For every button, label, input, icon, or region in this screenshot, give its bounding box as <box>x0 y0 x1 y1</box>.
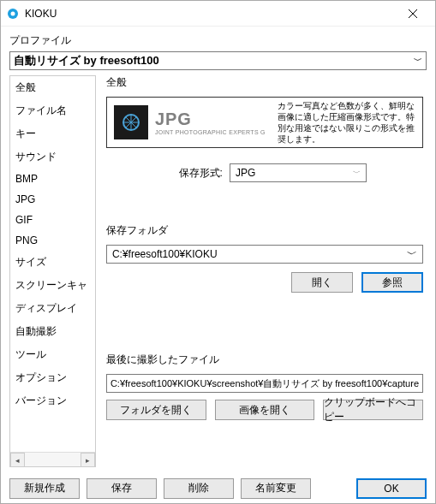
open-folder-button[interactable]: 開く <box>291 272 353 293</box>
sidebar-list: 全般 ファイル名 キー サウンド BMP JPG GIF PNG サイズ スクリ… <box>10 76 95 452</box>
sidebar-item-jpg[interactable]: JPG <box>10 189 95 210</box>
chevron-down-icon: ﹀ <box>414 55 422 67</box>
open-image-button[interactable]: 画像を開く <box>215 400 315 420</box>
sidebar-item-autoshot[interactable]: 自動撮影 <box>10 320 95 343</box>
profile-select[interactable]: 自動リサイズ by freesoft100 ﹀ <box>9 51 427 70</box>
chevron-down-icon: ﹀ <box>353 168 361 179</box>
ok-button[interactable]: OK <box>356 478 427 499</box>
last-file-label: 最後に撮影したファイル <box>106 353 423 367</box>
titlebar: KIOKU <box>1 1 435 27</box>
format-thumb-icon <box>114 105 148 139</box>
app-icon <box>6 7 20 21</box>
format-name: JPG <box>155 110 266 127</box>
profile-selected-value: 自動リサイズ by freesoft100 <box>14 53 159 68</box>
last-file-section: 最後に撮影したファイル C:¥freesoft100¥KIOKU¥screens… <box>106 353 423 420</box>
open-browse-row: 開く 参照 <box>106 272 423 293</box>
sidebar-item-version[interactable]: バージョン <box>10 389 95 412</box>
delete-button[interactable]: 削除 <box>164 478 234 499</box>
copy-clipboard-button[interactable]: クリップボードへコピー <box>323 400 423 420</box>
save-button[interactable]: 保存 <box>87 478 157 499</box>
format-name-block: JPG JOINT PHOTOGRAPHIC EXPERTS G <box>155 110 266 135</box>
save-folder-combobox[interactable]: C:¥freesoft100¥KIOKU ﹀ <box>106 245 423 264</box>
save-format-value: JPG <box>236 167 255 179</box>
section-title: 全般 <box>106 75 423 90</box>
window-title: KIOKU <box>25 8 396 20</box>
scroll-left-icon[interactable]: ◂ <box>10 453 25 467</box>
sidebar-item-general[interactable]: 全般 <box>10 76 95 99</box>
sidebar-item-filename[interactable]: ファイル名 <box>10 99 95 122</box>
sidebar-item-gif[interactable]: GIF <box>10 210 95 230</box>
save-format-select[interactable]: JPG ﹀ <box>230 163 367 182</box>
scroll-right-icon[interactable]: ▸ <box>81 453 95 467</box>
sidebar: 全般 ファイル名 キー サウンド BMP JPG GIF PNG サイズ スクリ… <box>9 75 96 467</box>
profile-label: プロファイル <box>9 33 427 48</box>
save-format-label: 保存形式: <box>163 166 223 181</box>
open-folder-button2[interactable]: フォルダを開く <box>106 400 206 420</box>
scroll-track[interactable] <box>25 453 81 466</box>
app-window: KIOKU プロファイル 自動リサイズ by freesoft100 ﹀ 全般 … <box>0 0 436 504</box>
rename-button[interactable]: 名前変更 <box>241 478 311 499</box>
sidebar-item-size[interactable]: サイズ <box>10 251 95 274</box>
format-subtitle: JOINT PHOTOGRAPHIC EXPERTS G <box>155 129 266 135</box>
last-file-buttons: フォルダを開く 画像を開く クリップボードへコピー <box>106 400 423 420</box>
sidebar-item-tool[interactable]: ツール <box>10 343 95 366</box>
format-card: JPG JOINT PHOTOGRAPHIC EXPERTS G カラー写真など… <box>106 97 423 148</box>
close-button[interactable] <box>396 2 430 26</box>
format-description: カラー写真など色数が多く、鮮明な画像に適した圧縮画像形式です。特別な用途ではない… <box>266 100 415 145</box>
sidebar-item-sound[interactable]: サウンド <box>10 145 95 169</box>
sidebar-item-display[interactable]: ディスプレイ <box>10 297 95 320</box>
bottom-bar: 新規作成 保存 削除 名前変更 OK <box>1 472 435 503</box>
sidebar-item-key[interactable]: キー <box>10 122 95 145</box>
svg-point-1 <box>11 11 15 15</box>
save-folder-section: 保存フォルダ C:¥freesoft100¥KIOKU ﹀ 開く 参照 <box>106 223 423 293</box>
sidebar-hscrollbar[interactable]: ◂ ▸ <box>10 452 95 466</box>
content-area: プロファイル 自動リサイズ by freesoft100 ﹀ 全般 ファイル名 … <box>1 27 435 472</box>
last-file-path[interactable]: C:¥freesoft100¥KIOKU¥screenshot¥自動リサイズ b… <box>106 374 423 393</box>
sidebar-item-png[interactable]: PNG <box>10 230 95 251</box>
browse-button[interactable]: 参照 <box>361 272 423 293</box>
chevron-down-icon: ﹀ <box>407 247 417 262</box>
save-folder-value: C:¥freesoft100¥KIOKU <box>112 248 218 260</box>
save-format-row: 保存形式: JPG ﹀ <box>106 163 423 182</box>
sidebar-item-screencap[interactable]: スクリーンキャ <box>10 274 95 297</box>
main-panel: 全般 JPG JOINT PHOTOGRAPHIC EXPERTS G カラー写… <box>96 75 427 467</box>
sidebar-item-option[interactable]: オプション <box>10 366 95 389</box>
new-button[interactable]: 新規作成 <box>9 478 80 499</box>
body-area: 全般 ファイル名 キー サウンド BMP JPG GIF PNG サイズ スクリ… <box>9 75 427 467</box>
save-folder-label: 保存フォルダ <box>106 223 423 238</box>
sidebar-item-bmp[interactable]: BMP <box>10 169 95 189</box>
